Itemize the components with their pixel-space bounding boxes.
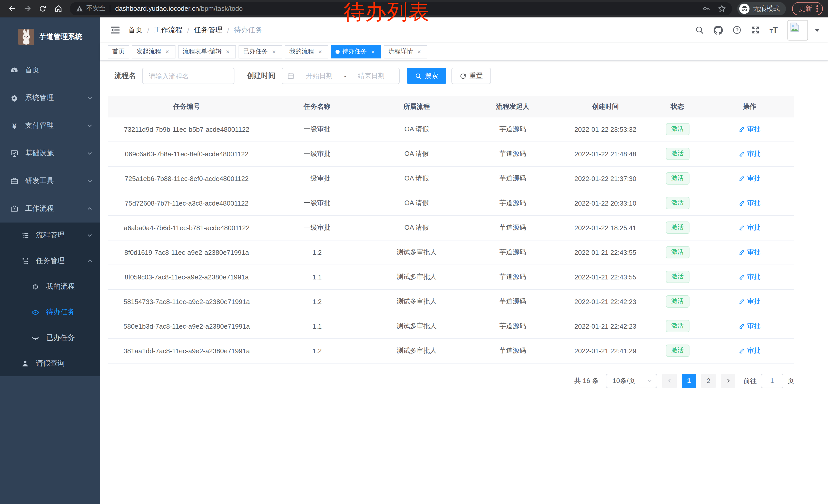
task-name-cell: 1.1 — [265, 265, 368, 289]
prev-page-button[interactable] — [662, 373, 677, 388]
page-button-1[interactable]: 1 — [682, 373, 696, 388]
address-bar[interactable]: 不安全 dashboard.yudao.iocoder.cn /bpm/task… — [70, 2, 732, 15]
calendar-icon — [287, 72, 294, 80]
tab-close-icon[interactable]: × — [164, 48, 171, 55]
goto-page-input[interactable] — [761, 373, 783, 388]
approve-link[interactable]: 审批 — [739, 346, 760, 355]
tab-todo-tasks[interactable]: 待办任务× — [331, 45, 381, 58]
incognito-icon — [739, 3, 749, 13]
sidebar-item-my-process[interactable]: 我的流程 — [0, 274, 100, 300]
browser-reload-button[interactable] — [36, 2, 49, 15]
approve-link[interactable]: 审批 — [739, 149, 760, 158]
yen-icon: ¥ — [10, 122, 18, 130]
security-label[interactable]: 不安全 — [86, 4, 106, 13]
browser-back-button[interactable] — [5, 2, 18, 15]
approve-link[interactable]: 审批 — [739, 198, 760, 208]
page-content: 流程名 创建时间 开始日期 - 结束日期 搜索 重 — [100, 60, 828, 504]
tab-process-detail[interactable]: 流程详情× — [384, 45, 427, 58]
initiator-cell: 芋道源码 — [464, 117, 561, 141]
url-path[interactable]: /bpm/task/todo — [199, 5, 243, 12]
search-icon[interactable] — [695, 26, 704, 34]
approve-link[interactable]: 审批 — [739, 223, 760, 232]
browser-update-button[interactable]: 更新 — [792, 2, 823, 15]
sidebar-item-infrastructure[interactable]: 基础设施 — [0, 139, 100, 167]
font-size-icon[interactable]: TT — [770, 26, 778, 34]
sidebar-item-done-tasks[interactable]: 已办任务 — [0, 325, 100, 351]
created-time-cell: 2022-01-21 22:42:23 — [561, 289, 650, 314]
sidebar-item-payment[interactable]: ¥ 支付管理 — [0, 112, 100, 139]
approve-link[interactable]: 审批 — [739, 272, 760, 281]
bookmark-star-icon[interactable] — [718, 4, 726, 12]
approve-link[interactable]: 审批 — [739, 248, 760, 257]
tree-list-icon — [21, 231, 29, 239]
task-id-cell: 8f059c03-7ac8-11ec-a9e2-a2380e71991a — [108, 265, 265, 289]
task-name-cell: 1.2 — [265, 289, 368, 314]
search-button[interactable]: 搜索 — [407, 68, 446, 84]
process-name-input[interactable] — [142, 68, 235, 84]
sidebar-item-process-management[interactable]: 流程管理 — [0, 223, 100, 248]
url-host[interactable]: dashboard.yudao.iocoder.cn — [115, 5, 199, 12]
tab-start-process[interactable]: 发起流程× — [132, 45, 175, 58]
start-date-placeholder[interactable]: 开始日期 — [296, 71, 342, 81]
tab-form-edit[interactable]: 流程表单-编辑× — [178, 45, 236, 58]
approve-link[interactable]: 审批 — [739, 174, 760, 183]
end-date-placeholder[interactable]: 结束日期 — [348, 71, 394, 81]
page-size-select[interactable]: 10条/页 — [606, 373, 657, 388]
browser-home-button[interactable] — [51, 2, 65, 15]
sidebar-item-dev-tools[interactable]: 研发工具 — [0, 167, 100, 195]
browser-forward-button[interactable] — [20, 2, 34, 15]
table-row: 381aa1dd-7ac8-11ec-a9e2-a2380e71991a 1.2… — [108, 338, 794, 363]
password-key-icon[interactable] — [702, 4, 710, 12]
status-badge: 激活 — [666, 320, 689, 332]
face-icon — [31, 282, 40, 291]
tab-close-icon[interactable]: × — [224, 48, 232, 55]
breadcrumb-home[interactable]: 首页 — [128, 26, 142, 35]
date-range-picker[interactable]: 开始日期 - 结束日期 — [282, 68, 400, 84]
header-task-id: 任务编号 — [108, 96, 265, 117]
tab-close-icon[interactable]: × — [369, 48, 377, 55]
initiator-cell: 芋道源码 — [464, 240, 561, 265]
approve-link[interactable]: 审批 — [739, 321, 760, 331]
reset-button[interactable]: 重置 — [451, 68, 491, 84]
next-page-button[interactable] — [721, 373, 735, 388]
reload-icon — [38, 4, 47, 12]
avatar-caret-icon[interactable] — [815, 29, 820, 32]
page-button-2[interactable]: 2 — [701, 373, 716, 388]
sidebar-item-todo-tasks[interactable]: 待办任务 — [0, 300, 100, 325]
tab-my-process[interactable]: 我的流程× — [285, 45, 328, 58]
status-cell: 激活 — [650, 314, 705, 338]
tab-label: 待办任务 — [342, 47, 367, 56]
tab-close-icon[interactable]: × — [317, 48, 324, 55]
sidebar-item-task-management[interactable]: 任务管理 — [0, 248, 100, 274]
sidebar-item-home[interactable]: 首页 — [0, 56, 100, 84]
created-time-cell: 2022-01-22 21:48:48 — [561, 141, 650, 166]
breadcrumb-task-management[interactable]: 任务管理 — [194, 26, 223, 35]
header-initiator: 流程发起人 — [464, 96, 561, 117]
tab-done-tasks[interactable]: 已办任务× — [239, 45, 282, 58]
avatar[interactable] — [787, 20, 808, 40]
sidebar-item-system[interactable]: 系统管理 — [0, 84, 100, 112]
approve-link[interactable]: 审批 — [739, 297, 760, 306]
tab-home[interactable]: 首页 — [108, 45, 129, 58]
sidebar-item-workflow[interactable]: 工作流程 — [0, 195, 100, 223]
app-title: 芋道管理系统 — [39, 32, 82, 42]
approve-link[interactable]: 审批 — [739, 125, 760, 134]
help-icon[interactable] — [733, 26, 741, 34]
table-header-row: 任务编号 任务名称 所属流程 流程发起人 创建时间 状态 操作 — [108, 96, 794, 117]
browser-menu-icon[interactable] — [816, 4, 818, 12]
github-icon[interactable] — [714, 26, 723, 35]
breadcrumb-current: 待办任务 — [234, 26, 262, 35]
fullscreen-icon[interactable] — [751, 26, 760, 34]
breadcrumb-workflow[interactable]: 工作流程 — [154, 26, 182, 35]
sidebar-item-leave-query[interactable]: 请假查询 — [0, 351, 100, 376]
approve-link-label: 审批 — [747, 272, 760, 281]
tab-label: 已办任务 — [243, 47, 268, 56]
sidebar-collapse-icon[interactable] — [110, 25, 120, 35]
actions-cell: 审批 — [705, 166, 794, 191]
tab-close-icon[interactable]: × — [416, 48, 423, 55]
tab-close-icon[interactable]: × — [271, 48, 278, 55]
app-logo[interactable]: 芋道管理系统 — [0, 17, 100, 56]
edit-pencil-icon — [739, 348, 745, 354]
status-cell: 激活 — [650, 117, 705, 141]
status-badge: 激活 — [666, 222, 689, 234]
